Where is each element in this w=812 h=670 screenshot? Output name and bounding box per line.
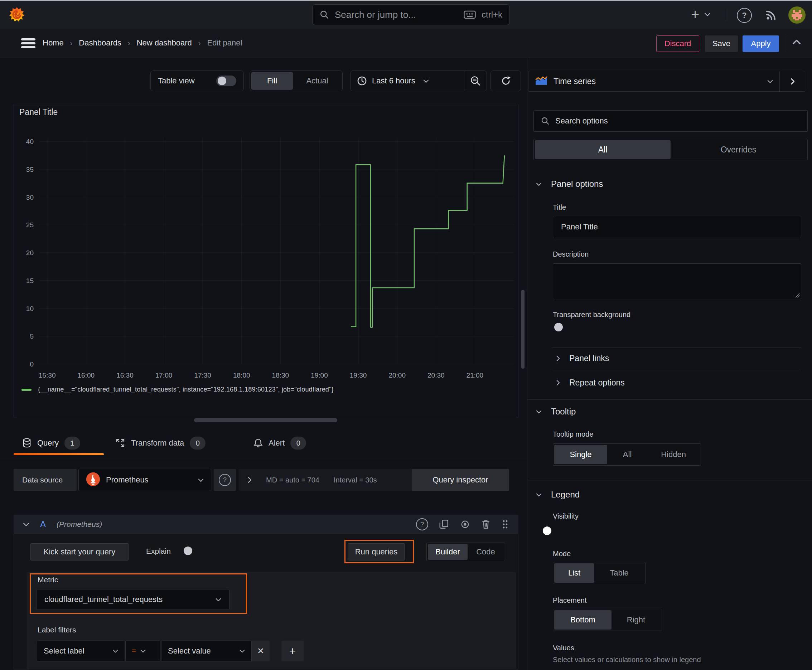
breadcrumb-separator: › — [128, 39, 131, 47]
chart-legend: {__name__="cloudflared_tunnel_total_requ… — [22, 386, 334, 393]
description-textarea[interactable] — [553, 264, 801, 299]
global-search-input[interactable]: Search or jump to... ctrl+k — [312, 4, 510, 25]
panel-links-label: Panel links — [569, 354, 609, 363]
svg-text:30: 30 — [26, 194, 34, 201]
tooltip-mode-hidden[interactable]: Hidden — [647, 445, 700, 464]
svg-text:19:00: 19:00 — [311, 372, 328, 379]
legend-placement-right[interactable]: Right — [612, 610, 661, 629]
select-label-placeholder: Select label — [44, 646, 113, 656]
chevron-down-icon — [536, 410, 542, 414]
operator-dropdown[interactable]: = — [125, 641, 160, 662]
actual-option[interactable]: Actual — [293, 76, 341, 86]
tab-overrides[interactable]: Overrides — [671, 140, 806, 159]
breadcrumb-new-dashboard[interactable]: New dashboard — [137, 38, 192, 47]
query-inspector-button[interactable]: Query inspector — [412, 469, 509, 491]
tab-query[interactable]: Query 1 — [22, 437, 80, 450]
new-menu-button[interactable]: + — [691, 7, 711, 22]
breadcrumb-separator: › — [198, 39, 201, 47]
datasource-picker[interactable]: Prometheus — [78, 469, 211, 491]
breadcrumb-edit-panel: Edit panel — [207, 38, 242, 47]
tooltip-mode-segmented: Single All Hidden — [553, 443, 701, 465]
horizontal-scrollbar[interactable] — [194, 418, 337, 422]
builder-mode-option[interactable]: Builder — [428, 544, 468, 560]
panel-links-section-header[interactable]: Panel links — [556, 354, 609, 363]
table-view-toggle[interactable] — [216, 76, 236, 86]
collapse-header-chevron-up-icon[interactable] — [792, 39, 801, 45]
user-avatar[interactable] — [788, 7, 805, 25]
hamburger-menu-icon[interactable] — [20, 37, 36, 49]
search-icon — [541, 117, 549, 125]
legend-mode-label: Mode — [553, 550, 571, 558]
breadcrumb-home[interactable]: Home — [42, 38, 64, 47]
code-mode-option[interactable]: Code — [468, 544, 504, 560]
run-queries-button[interactable]: Run queries — [348, 543, 405, 560]
help-icon[interactable]: ? — [737, 8, 752, 23]
svg-text:10: 10 — [26, 305, 34, 313]
add-filter-button[interactable]: + — [281, 641, 303, 662]
datasource-help-button[interactable]: ? — [214, 469, 236, 491]
fill-option[interactable]: Fill — [251, 72, 293, 90]
interval-stat: Interval = 30s — [334, 476, 377, 484]
query-row-header[interactable]: A (Prometheus) ? — [14, 515, 519, 534]
panel-title-input[interactable]: Panel Title — [553, 216, 801, 238]
search-options-input[interactable]: Search options — [534, 110, 808, 132]
svg-text:18:00: 18:00 — [233, 372, 250, 379]
refresh-button[interactable] — [490, 71, 521, 91]
tab-alert[interactable]: Alert 0 — [253, 437, 306, 450]
chevron-down-icon — [423, 79, 429, 83]
metric-label: Metric — [37, 575, 58, 584]
query-options-bar[interactable]: MD = auto = 704 Interval = 30s — [239, 469, 414, 491]
series-legend-label[interactable]: {__name__="cloudflared_tunnel_total_requ… — [38, 386, 334, 393]
tooltip-mode-all[interactable]: All — [607, 445, 647, 464]
select-label-dropdown[interactable]: Select label — [37, 641, 125, 662]
zoom-out-icon[interactable] — [464, 71, 487, 91]
query-ref-id[interactable]: A — [40, 519, 46, 530]
tab-transform-badge: 0 — [190, 437, 205, 450]
chevron-down-icon — [536, 182, 542, 186]
delete-query-trash-icon[interactable] — [481, 519, 490, 530]
grafana-logo-icon[interactable] — [8, 7, 25, 24]
select-value-placeholder: Select value — [168, 646, 239, 656]
series-color-swatch[interactable] — [22, 389, 32, 391]
discard-button[interactable]: Discard — [656, 36, 699, 52]
duplicate-query-icon[interactable] — [439, 519, 449, 530]
time-range-picker[interactable]: Last 6 hours — [351, 76, 464, 86]
sidebar-divider — [527, 58, 527, 670]
explain-label: Explain — [146, 547, 171, 555]
transform-icon — [115, 438, 125, 448]
metric-select[interactable]: cloudflared_tunnel_total_requests — [36, 589, 229, 610]
svg-text:16:30: 16:30 — [116, 372, 134, 379]
visualization-picker[interactable]: Time series — [528, 71, 805, 91]
vertical-scrollbar[interactable] — [521, 290, 524, 369]
transparent-background-label: Transparent background — [553, 311, 631, 319]
section-divider — [527, 481, 812, 481]
legend-mode-table[interactable]: Table — [594, 563, 644, 583]
legend-section-header[interactable]: Legend — [536, 490, 580, 500]
breadcrumb-dashboards[interactable]: Dashboards — [79, 38, 121, 47]
legend-mode-list[interactable]: List — [554, 563, 594, 583]
kickstart-query-button[interactable]: Kick start your query — [31, 543, 129, 560]
tab-all[interactable]: All — [535, 140, 671, 159]
apply-button[interactable]: Apply — [742, 36, 779, 52]
tooltip-mode-single[interactable]: Single — [554, 445, 607, 464]
query-help-icon[interactable]: ? — [416, 518, 428, 530]
tab-transform-data[interactable]: Transform data 0 — [115, 437, 205, 450]
time-series-chart[interactable]: 051015202530354015:3016:0016:3017:0017:3… — [14, 104, 519, 418]
panel-options-title: Panel options — [551, 179, 603, 189]
save-button[interactable]: Save — [705, 36, 738, 52]
panel-options-section-header[interactable]: Panel options — [536, 179, 603, 189]
toggle-visibility-eye-icon[interactable] — [460, 520, 470, 529]
refresh-icon — [500, 76, 511, 86]
legend-placement-label: Placement — [553, 596, 587, 604]
resize-grip-icon — [795, 293, 800, 298]
clock-icon — [357, 76, 367, 86]
collapse-chevron-down-icon — [23, 522, 29, 526]
tooltip-section-header[interactable]: Tooltip — [536, 406, 576, 416]
legend-placement-bottom[interactable]: Bottom — [554, 610, 612, 629]
open-viz-panel-chevron-right-icon[interactable] — [780, 78, 805, 85]
news-rss-icon[interactable] — [765, 8, 778, 22]
select-value-dropdown[interactable]: Select value — [161, 641, 252, 662]
repeat-options-section-header[interactable]: Repeat options — [556, 378, 625, 387]
remove-filter-button[interactable]: ✕ — [252, 641, 270, 662]
drag-handle-icon[interactable] — [501, 519, 509, 530]
